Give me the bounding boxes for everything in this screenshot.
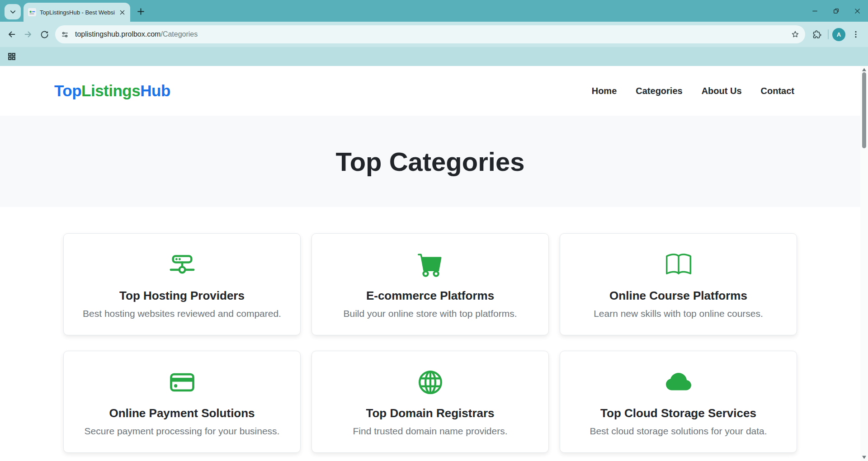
cloud-icon — [666, 369, 691, 395]
extensions-button[interactable] — [809, 27, 824, 42]
browser-tab[interactable]: TopListingsHub - Best Websites — [24, 3, 130, 22]
category-description: Secure payment processing for your busin… — [85, 426, 280, 437]
credit-card-icon — [170, 369, 195, 395]
apps-grid-icon[interactable] — [5, 50, 18, 63]
logo-part-top: Top — [54, 82, 81, 99]
category-title: Online Course Platforms — [609, 289, 747, 303]
new-tab-button[interactable] — [134, 5, 147, 18]
category-description: Best cloud storage solutions for your da… — [590, 426, 767, 437]
url-text[interactable]: toplistingshub.prolbox.com/Categories — [75, 30, 791, 38]
tab-close-icon[interactable] — [118, 8, 127, 17]
browser-titlebar: TopListingsHub - Best Websites — [0, 0, 868, 22]
site-settings-icon[interactable] — [58, 28, 71, 41]
nav-categories[interactable]: Categories — [636, 86, 682, 96]
avatar-letter: A — [837, 31, 841, 38]
window-restore-button[interactable] — [826, 0, 847, 22]
category-title: Online Payment Solutions — [109, 406, 255, 420]
category-card-domains[interactable]: Top Domain Registrars Find trusted domai… — [311, 351, 549, 453]
bookmark-star-icon[interactable] — [791, 30, 800, 39]
bookmarks-bar — [0, 47, 868, 66]
category-description: Build your online store with top platfor… — [343, 308, 517, 319]
logo-part-hub: Hub — [140, 82, 170, 99]
puzzle-icon — [812, 30, 821, 39]
nav-home[interactable]: Home — [592, 86, 617, 96]
category-grid: Top Hosting Providers Best hosting websi… — [0, 207, 860, 453]
main-navigation: Home Categories About Us Contact — [592, 86, 794, 96]
nav-about-us[interactable]: About Us — [702, 86, 742, 96]
reload-button[interactable] — [36, 26, 52, 42]
category-card-hosting[interactable]: Top Hosting Providers Best hosting websi… — [63, 233, 301, 335]
hero-banner: Top Categories — [0, 116, 860, 207]
plus-icon — [137, 8, 145, 15]
page-viewport: TopListingsHub Home Categories About Us … — [0, 66, 868, 461]
window-minimize-button[interactable] — [804, 0, 826, 22]
window-controls — [804, 0, 868, 22]
category-card-cloud[interactable]: Top Cloud Storage Services Best cloud st… — [560, 351, 797, 453]
profile-avatar[interactable]: A — [832, 28, 845, 41]
category-title: Top Hosting Providers — [119, 289, 245, 303]
tab-title: TopListingsHub - Best Websites — [40, 9, 115, 16]
scrollbar-down-arrow-icon[interactable] — [860, 454, 868, 461]
url-path: /Categories — [160, 30, 198, 38]
reload-icon — [40, 30, 49, 39]
close-icon — [854, 8, 861, 14]
category-description: Best hosting websites reviewed and compa… — [83, 308, 281, 319]
site-header: TopListingsHub Home Categories About Us … — [0, 66, 860, 116]
forward-button[interactable] — [20, 26, 36, 42]
tab-search-button[interactable] — [5, 4, 21, 19]
site-logo[interactable]: TopListingsHub — [54, 82, 170, 100]
page-scrollbar[interactable] — [860, 66, 868, 461]
category-title: E-commerce Platforms — [366, 289, 494, 303]
browser-menu-button[interactable] — [848, 27, 863, 42]
window-close-button[interactable] — [847, 0, 868, 22]
scrollbar-thumb[interactable] — [862, 72, 866, 148]
hdd-network-icon — [170, 252, 195, 278]
page-content: TopListingsHub Home Categories About Us … — [0, 66, 860, 461]
cart-icon — [418, 252, 443, 278]
browser-window: TopListingsHub - Best Websites — [0, 0, 868, 66]
category-description: Learn new skills with top online courses… — [594, 308, 763, 319]
url-host: toplistingshub.prolbox.com — [75, 30, 160, 38]
restore-icon — [833, 8, 840, 14]
page-title: Top Categories — [336, 146, 525, 177]
category-card-payments[interactable]: Online Payment Solutions Secure payment … — [63, 351, 301, 453]
three-dots-icon — [852, 30, 860, 38]
logo-part-listings: Listings — [81, 82, 140, 99]
category-title: Top Cloud Storage Services — [600, 406, 756, 420]
category-card-ecommerce[interactable]: E-commerce Platforms Build your online s… — [311, 233, 549, 335]
book-icon — [666, 252, 691, 278]
back-arrow-icon — [7, 29, 17, 39]
minimize-icon — [811, 8, 818, 14]
address-bar[interactable]: toplistingshub.prolbox.com/Categories — [55, 25, 805, 43]
forward-arrow-icon — [23, 29, 33, 39]
tab-favicon-icon — [28, 8, 36, 16]
category-description: Find trusted domain name providers. — [353, 426, 508, 437]
globe-icon — [418, 369, 443, 395]
category-title: Top Domain Registrars — [366, 406, 494, 420]
back-button[interactable] — [4, 26, 20, 42]
chevron-down-icon — [9, 9, 16, 15]
browser-toolbar: toplistingshub.prolbox.com/Categories A — [0, 22, 868, 47]
toolbar-separator — [828, 29, 829, 39]
category-card-courses[interactable]: Online Course Platforms Learn new skills… — [560, 233, 797, 335]
nav-contact[interactable]: Contact — [761, 86, 794, 96]
